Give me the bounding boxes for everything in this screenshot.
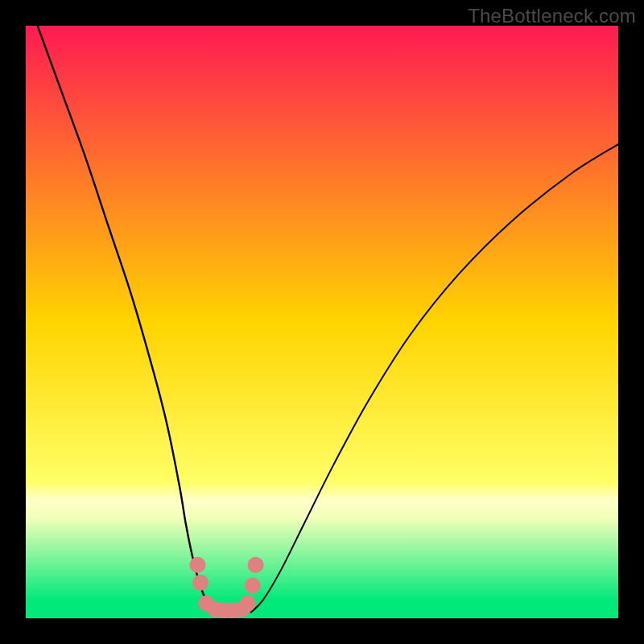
gradient-background [26, 26, 618, 618]
plot-area [26, 26, 618, 618]
basin-dot [248, 557, 264, 573]
basin-dot [240, 596, 256, 612]
basin-dot [245, 578, 261, 594]
basin-dot [192, 575, 208, 591]
watermark-label: TheBottleneck.com [468, 5, 636, 27]
chart-svg [26, 26, 618, 618]
chart-frame: TheBottleneck.com [0, 0, 644, 644]
basin-dot [189, 557, 205, 573]
